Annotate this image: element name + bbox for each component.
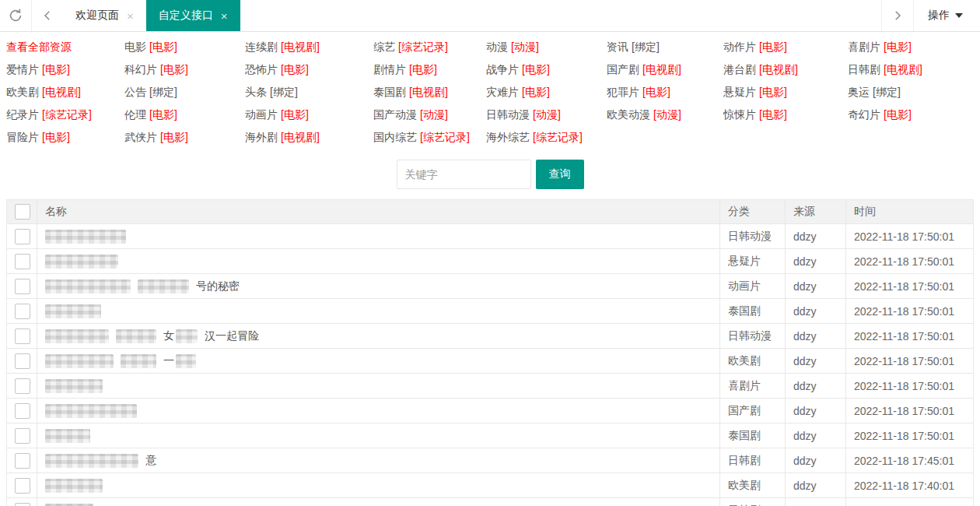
time-cell: 2022-11-18 17:40:01	[846, 473, 974, 498]
tab-close-icon[interactable]: ×	[127, 10, 134, 22]
category-link-0[interactable]: 查看全部资源	[6, 36, 124, 58]
category-link-3[interactable]: 综艺[综艺记录]	[373, 36, 486, 58]
row-checkbox[interactable]	[15, 478, 30, 494]
row-checkbox[interactable]	[15, 304, 30, 319]
row-checkbox-cell	[7, 249, 37, 274]
category-link-5[interactable]: 资讯[绑定]	[607, 36, 723, 58]
search-bar: 查询	[0, 160, 980, 189]
category-link-30[interactable]: 惊悚片[电影]	[723, 104, 848, 126]
category-link-18[interactable]: 头条[绑定]	[245, 81, 373, 104]
category-tag: [电视剧]	[409, 86, 448, 98]
category-link-21[interactable]: 犯罪片[电影]	[607, 81, 723, 104]
time-cell	[846, 498, 974, 506]
source-cell: ddzy	[786, 274, 846, 299]
category-name: 剧情片	[373, 63, 406, 76]
row-checkbox[interactable]	[15, 503, 30, 506]
category-link-29[interactable]: 欧美动漫[动漫]	[607, 104, 723, 126]
category-link-32[interactable]: 冒险片[电影]	[6, 126, 124, 149]
category-link-17[interactable]: 公告[绑定]	[124, 81, 245, 104]
search-button[interactable]: 查询	[536, 160, 584, 189]
category-name: 日韩剧	[848, 63, 880, 76]
source-cell: ddzy	[786, 224, 846, 249]
category-cell: 日韩动漫	[720, 324, 786, 349]
category-link-19[interactable]: 泰国剧[电视剧]	[373, 81, 486, 104]
category-link-27[interactable]: 国产动漫[动漫]	[373, 104, 486, 126]
category-link-24[interactable]: 纪录片[综艺记录]	[6, 104, 124, 126]
category-cell: 日韩动漫	[720, 224, 786, 249]
source-cell: ddzy	[786, 324, 846, 349]
category-name: 海外剧	[245, 131, 278, 143]
category-link-1[interactable]: 电影[电影]	[124, 36, 245, 58]
category-tag: [电影]	[149, 40, 177, 53]
category-tag: [电影]	[522, 86, 550, 98]
category-cell: 欧美剧	[720, 349, 786, 374]
category-link-15[interactable]: 日韩剧[电视剧]	[848, 58, 980, 81]
row-checkbox[interactable]	[15, 229, 30, 244]
category-link-12[interactable]: 战争片[电影]	[486, 58, 607, 81]
category-link-11[interactable]: 剧情片[电影]	[373, 58, 486, 81]
category-cell: 悬疑片	[720, 249, 786, 274]
redacted-text	[45, 329, 109, 343]
redacted-text	[116, 329, 156, 343]
category-tag: [电影]	[160, 131, 188, 143]
redacted-text	[45, 504, 93, 506]
category-link-34[interactable]: 海外剧[电视剧]	[245, 126, 373, 149]
scroll-right-button[interactable]	[882, 0, 913, 31]
category-link-8[interactable]: 爱情片[电影]	[6, 58, 124, 81]
category-link-20[interactable]: 灾难片[电影]	[486, 81, 607, 104]
category-link-6[interactable]: 动作片[电影]	[723, 36, 848, 58]
row-checkbox[interactable]	[15, 428, 30, 444]
category-name: 恐怖片	[245, 63, 278, 76]
category-link-31[interactable]: 奇幻片[电影]	[848, 104, 980, 126]
time-cell: 2022-11-18 17:50:01	[846, 299, 974, 324]
category-link-33[interactable]: 武侠片[电影]	[124, 126, 245, 149]
category-link-14[interactable]: 港台剧[电视剧]	[723, 58, 848, 81]
table-row-8: 泰国剧ddzy2022-11-18 17:50:01	[7, 423, 974, 448]
category-link-7[interactable]: 喜剧片[电影]	[848, 36, 980, 58]
scroll-left-button[interactable]	[32, 0, 63, 31]
category-name: 国产动漫	[373, 108, 417, 121]
tab-close-icon[interactable]: ×	[221, 10, 228, 22]
source-cell: ddzy	[786, 399, 846, 423]
time-cell: 2022-11-18 17:50:01	[846, 249, 974, 274]
select-all-checkbox[interactable]	[15, 204, 30, 220]
actions-dropdown[interactable]: 操作	[914, 0, 980, 31]
category-link-13[interactable]: 国产剧[电视剧]	[607, 58, 723, 81]
redacted-text	[45, 255, 118, 269]
category-link-10[interactable]: 恐怖片[电影]	[245, 58, 373, 81]
category-link-23[interactable]: 奥运[绑定]	[848, 81, 980, 104]
tab-1[interactable]: 自定义接口×	[146, 0, 240, 31]
category-tag: [电视剧]	[759, 63, 798, 76]
row-checkbox[interactable]	[15, 329, 30, 344]
tab-0[interactable]: 欢迎页面×	[63, 0, 146, 31]
column-header: 名称	[37, 200, 720, 224]
time-cell: 2022-11-18 17:45:01	[846, 448, 974, 473]
refresh-button[interactable]	[0, 0, 31, 31]
name-fragment: 意	[145, 454, 156, 466]
category-link-9[interactable]: 科幻片[电影]	[124, 58, 245, 81]
category-link-36[interactable]: 海外综艺[综艺记录]	[486, 126, 607, 149]
name-cell	[37, 249, 720, 274]
category-link-25[interactable]: 伦理[电影]	[124, 104, 245, 126]
category-name: 综艺	[373, 40, 395, 53]
row-checkbox[interactable]	[15, 353, 30, 369]
category-name: 资讯	[607, 40, 628, 53]
category-link-4[interactable]: 动漫[动漫]	[486, 36, 607, 58]
redacted-text	[45, 379, 103, 393]
category-link-22[interactable]: 悬疑片[电影]	[723, 81, 848, 104]
row-checkbox[interactable]	[15, 453, 30, 469]
category-link-35[interactable]: 国内综艺[综艺记录]	[373, 126, 486, 149]
category-tag: [电视剧]	[281, 40, 320, 53]
row-checkbox[interactable]	[15, 254, 30, 269]
category-links: 查看全部资源电影[电影]连续剧[电视剧]综艺[综艺记录]动漫[动漫]资讯[绑定]…	[0, 32, 980, 149]
row-checkbox[interactable]	[15, 378, 30, 394]
category-link-26[interactable]: 动画片[电影]	[245, 104, 373, 126]
category-link-16[interactable]: 欧美剧[电视剧]	[6, 81, 124, 104]
category-link-2[interactable]: 连续剧[电视剧]	[245, 36, 373, 58]
name-fragment: 一	[163, 354, 174, 367]
row-checkbox[interactable]	[15, 403, 30, 419]
category-link-28[interactable]: 日韩动漫[动漫]	[486, 104, 607, 126]
category-name: 武侠片	[124, 131, 157, 143]
row-checkbox[interactable]	[15, 279, 30, 294]
search-input[interactable]	[397, 160, 531, 189]
